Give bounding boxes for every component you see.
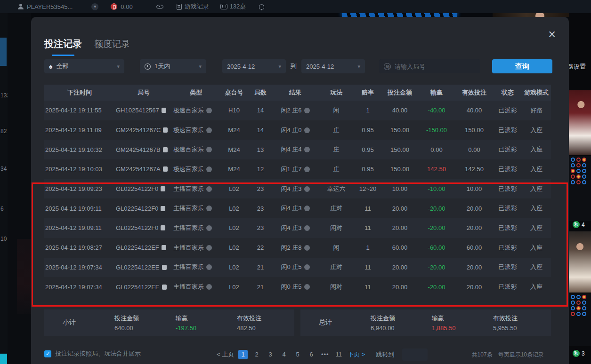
sidebar-bottom-tile <box>0 354 7 364</box>
dealer-photo[interactable] <box>569 90 591 155</box>
time-range-dropdown[interactable]: 1天内 ▾ <box>140 59 206 73</box>
copy-icon[interactable] <box>162 285 167 290</box>
query-button[interactable]: 查询 <box>492 59 552 73</box>
cell-winloss: -20.00 <box>428 264 445 271</box>
game-records-link[interactable]: 游戏记录 <box>185 2 209 11</box>
info-dot-icon <box>304 127 310 133</box>
cell-status: 已派彩 <box>499 106 517 115</box>
cell-type: 主播百家乐 <box>173 185 204 193</box>
modal-footer: ✓ 投注记录按照局、玩法合并展示 < 上页 123456•••11 下页 > 跳… <box>44 348 556 362</box>
cell-rounds: 22 <box>257 244 264 251</box>
cell-round: GM242541267C <box>116 127 161 134</box>
copy-icon[interactable] <box>162 245 166 250</box>
cell-time: 2025-04-12 19:09:23 <box>45 185 102 192</box>
cell-table_no: M24 <box>228 127 240 134</box>
cell-type: 极速百家乐 <box>173 165 204 174</box>
subtotal-valid-value: 482.50 <box>237 324 294 332</box>
close-icon[interactable]: × <box>548 28 556 40</box>
total-valid-label: 有效投注 <box>493 314 551 323</box>
copy-icon[interactable] <box>161 225 165 230</box>
cell-type: 极速百家乐 <box>173 106 204 115</box>
sidebar-active-highlight <box>0 38 7 66</box>
table-row: 2025-04-12 19:10:03GM242541267A极速百家乐M241… <box>44 159 551 179</box>
player-chevron-down-icon[interactable]: ▾ <box>91 3 98 10</box>
tables-grid-icon <box>220 4 227 9</box>
cell-round: GL02254122F0 <box>116 224 158 231</box>
cell-table_no: M24 <box>228 146 240 153</box>
bell-icon[interactable] <box>259 4 264 9</box>
chevron-down-icon: ▾ <box>278 63 281 70</box>
tab-bet-records[interactable]: 投注记录 <box>44 38 82 56</box>
round-search-input[interactable] <box>395 63 476 70</box>
cell-table_no: L02 <box>229 224 239 231</box>
total-valid-value: 5,955.50 <box>493 324 551 332</box>
cell-valid: 142.50 <box>465 166 484 173</box>
cell-mode: 入座 <box>530 126 542 135</box>
page-button-5[interactable]: 5 <box>293 350 302 359</box>
tie-badge: 和 3 <box>573 350 585 357</box>
merge-checkbox[interactable]: ✓ <box>44 350 51 357</box>
round-search-box[interactable]: 局 <box>379 59 480 73</box>
page-button-11[interactable]: 11 <box>334 350 343 359</box>
copy-icon[interactable] <box>161 206 165 211</box>
cell-winloss: -20.00 <box>428 224 445 231</box>
page-button-6[interactable]: 6 <box>307 350 316 359</box>
cell-valid: 20.00 <box>467 205 482 212</box>
prev-page-button[interactable]: < 上页 <box>217 350 234 359</box>
next-page-button[interactable]: 下页 > <box>348 350 365 359</box>
cell-odds: 0.95 <box>362 166 373 173</box>
date-from-picker[interactable]: 2025-4-12 ▾ <box>222 59 286 73</box>
cell-play: 闲对 <box>330 283 342 291</box>
info-dot-icon <box>206 206 212 211</box>
page-button-3[interactable]: 3 <box>266 350 275 359</box>
total-bet-value: 6,940.00 <box>371 324 412 332</box>
cell-type: 主播百家乐 <box>173 244 204 252</box>
copy-icon[interactable] <box>163 127 168 133</box>
tables-count[interactable]: 132桌 <box>230 2 246 11</box>
cell-round: GL02254122F0 <box>116 185 158 192</box>
copy-icon[interactable] <box>161 186 165 191</box>
roadmap-dot <box>576 306 581 310</box>
cell-round: GH1025412567 <box>116 107 159 114</box>
copy-icon[interactable] <box>163 166 168 172</box>
dealer-photo[interactable] <box>569 231 591 293</box>
road-settings-label[interactable]: 路设置 <box>569 63 591 71</box>
roadmap-dot <box>576 301 581 305</box>
copy-icon[interactable] <box>162 108 166 113</box>
cell-winloss: -60.00 <box>428 244 445 251</box>
category-dropdown[interactable]: ♠ 全部 ▾ <box>44 59 124 73</box>
player-name[interactable]: PLAYER53545... <box>27 3 73 10</box>
modal-tabs: 投注记录 额度记录 <box>44 38 130 56</box>
tab-quota-records[interactable]: 额度记录 <box>94 38 130 56</box>
coin-icon <box>111 3 117 10</box>
copy-icon[interactable] <box>163 147 168 152</box>
tie-count: 3 <box>582 350 585 357</box>
cell-rounds: 12 <box>257 166 264 173</box>
date-to-picker[interactable]: 2025-4-12 ▾ <box>301 59 365 73</box>
cell-result: 闲0 庄5 <box>281 263 301 271</box>
cell-mode: 入座 <box>530 283 542 291</box>
info-dot-icon <box>206 225 212 231</box>
cell-result: 闲2 庄8 <box>281 244 301 252</box>
page-button-2[interactable]: 2 <box>252 350 261 359</box>
copy-icon[interactable] <box>162 265 167 270</box>
page-ellipsis[interactable]: ••• <box>320 350 330 359</box>
cell-time: 2025-04-12 19:11:55 <box>45 107 102 114</box>
total-winloss-label: 输赢 <box>432 314 473 323</box>
cell-time: 2025-04-12 19:07:34 <box>45 284 102 291</box>
eye-icon[interactable] <box>156 5 163 9</box>
cell-table_no: L02 <box>229 244 239 251</box>
jump-page-input[interactable] <box>402 348 428 361</box>
cell-rounds: 23 <box>257 224 264 231</box>
page-button-1[interactable]: 1 <box>238 350 248 359</box>
dimmed-lobby-left <box>8 13 31 364</box>
cell-mode: 好路 <box>530 106 542 115</box>
topbar: PLAYER53545... ▾ 0.00 游戏记录 132桌 <box>0 0 591 13</box>
table-row: 2025-04-12 19:09:23GL02254122F0主播百家乐L022… <box>44 179 551 199</box>
total-label: 总计 <box>300 318 350 327</box>
cell-play: 庄 <box>333 145 340 154</box>
roadmap-dot <box>582 180 586 184</box>
table-row: 2025-04-12 19:08:27GL02254122EF主播百家乐L022… <box>44 238 551 258</box>
cell-round: GL02254122EE <box>116 284 160 291</box>
page-button-4[interactable]: 4 <box>279 350 289 359</box>
